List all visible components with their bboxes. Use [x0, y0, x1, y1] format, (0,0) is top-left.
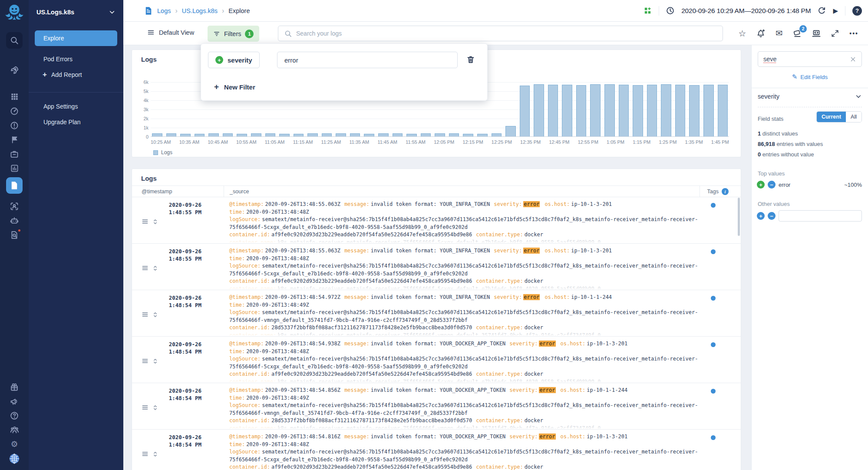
rocket-icon[interactable] [6, 62, 23, 78]
expand-row-icon[interactable] [152, 405, 158, 410]
bar[interactable] [675, 85, 686, 136]
table-scrollbar[interactable] [738, 198, 740, 236]
field-search-input[interactable]: seve [758, 51, 862, 67]
drag-handle-icon[interactable] [142, 404, 149, 411]
clear-icon[interactable]: 2 [793, 29, 802, 38]
tag-dot[interactable] [711, 203, 716, 208]
include-other-icon[interactable]: + [757, 212, 765, 220]
bar[interactable] [449, 133, 459, 136]
bar[interactable] [364, 134, 374, 136]
drag-handle-icon[interactable] [142, 357, 149, 364]
more-options-icon[interactable]: ••• [849, 30, 858, 37]
apps-grid-icon[interactable] [6, 89, 23, 104]
tag-dot[interactable] [711, 249, 716, 254]
tag-dot[interactable] [711, 296, 716, 301]
add-filter-value-icon[interactable]: + [215, 56, 223, 64]
play-icon[interactable]: ▶ [833, 7, 838, 15]
bar[interactable] [152, 133, 162, 136]
drag-handle-icon[interactable] [142, 218, 149, 225]
expand-row-icon[interactable] [152, 265, 158, 271]
bar[interactable] [336, 133, 346, 136]
search-input[interactable]: Search your logs [278, 26, 723, 41]
announcements-icon[interactable] [6, 394, 23, 408]
tag-dot[interactable] [711, 389, 716, 394]
other-value-input[interactable] [779, 210, 862, 222]
sidebar-item-add-report[interactable]: + Add Report [35, 67, 117, 83]
field-severity-header[interactable]: severity [758, 93, 862, 100]
bar[interactable] [166, 133, 177, 136]
bar[interactable] [180, 134, 191, 136]
new-filter-button[interactable]: + New Filter [214, 82, 255, 92]
bar[interactable] [237, 134, 247, 136]
bar[interactable] [689, 85, 700, 136]
bar[interactable] [294, 134, 304, 136]
drag-handle-icon[interactable] [142, 311, 149, 318]
bar[interactable] [604, 84, 615, 136]
bar[interactable] [576, 85, 587, 136]
log-row[interactable]: 2020-09-261:48:54 PM@timestamp:2020-09-2… [132, 337, 741, 383]
column-timestamp[interactable]: @timestamp [142, 189, 172, 195]
bar[interactable] [661, 84, 671, 136]
chart-legend[interactable]: Logs [153, 149, 172, 156]
sidebar-item-upgrade-plan[interactable]: Upgrade Plan [35, 114, 117, 130]
column-source[interactable]: _source [230, 189, 249, 195]
sidebar-item-pod-errors[interactable]: Pod Errors [35, 51, 117, 67]
terminal-icon[interactable] [812, 29, 821, 38]
sidebar-item-app-settings[interactable]: App Settings [35, 99, 117, 114]
toggle-all[interactable]: All [846, 112, 861, 122]
bar[interactable] [265, 133, 276, 136]
edit-fields-button[interactable]: ✎ Edit Fields [752, 73, 868, 81]
flag-icon[interactable] [6, 132, 23, 147]
search-icon[interactable] [6, 32, 23, 49]
app-selector[interactable]: US.Logs.k8s [29, 0, 123, 16]
alerts-icon[interactable] [6, 118, 23, 132]
log-row[interactable]: 2020-09-261:48:54 PM@timestamp:2020-09-2… [132, 383, 741, 430]
experience-icon[interactable] [6, 199, 23, 213]
bar[interactable] [251, 133, 261, 136]
time-range[interactable]: 2020-09-26 10:29 AM—2020-09-26 1:48 PM [681, 7, 811, 15]
top-value[interactable]: error [779, 182, 790, 188]
team-icon[interactable] [6, 423, 23, 437]
bar[interactable] [703, 85, 714, 136]
apps-launcher-icon[interactable] [644, 7, 652, 15]
bar[interactable] [492, 133, 502, 136]
refresh-icon[interactable] [818, 7, 826, 15]
expand-row-icon[interactable] [152, 312, 158, 318]
close-icon[interactable] [850, 56, 856, 63]
toggle-current[interactable]: Current [817, 112, 846, 122]
gift-icon[interactable] [6, 380, 23, 394]
bar[interactable] [421, 133, 431, 136]
log-row[interactable]: 2020-09-261:48:54 PM@timestamp:2020-09-2… [132, 290, 741, 337]
bar[interactable] [718, 85, 728, 136]
expand-row-icon[interactable] [152, 451, 158, 457]
bar[interactable] [307, 133, 318, 136]
help-icon[interactable] [6, 408, 23, 423]
info-icon[interactable]: i [722, 188, 729, 195]
filter-field-chip[interactable]: + severity [208, 52, 260, 68]
settings-gear-icon[interactable]: ⚙ [6, 437, 23, 451]
fullscreen-icon[interactable] [831, 30, 839, 37]
bar[interactable] [562, 85, 572, 136]
bar[interactable] [505, 126, 516, 136]
bar[interactable] [548, 85, 558, 136]
bar[interactable] [406, 134, 417, 136]
log-row[interactable]: 2020-09-261:48:54 PM@timestamp:2020-09-2… [132, 430, 741, 470]
bar[interactable] [590, 84, 601, 136]
filters-button[interactable]: Filters 1 [208, 26, 259, 42]
delete-filter-icon[interactable] [466, 55, 475, 64]
breadcrumb-app[interactable]: US.Logs.k8s [182, 7, 218, 14]
include-value-icon[interactable]: + [757, 181, 765, 189]
bar[interactable] [520, 86, 530, 136]
bar[interactable] [223, 133, 233, 136]
bar[interactable] [647, 85, 657, 136]
archive-icon[interactable] [6, 147, 23, 161]
alert-bell-icon[interactable] [756, 29, 765, 38]
drag-handle-icon[interactable] [142, 265, 149, 271]
tag-dot[interactable] [711, 435, 716, 440]
tag-dot[interactable] [711, 342, 716, 347]
bar[interactable] [393, 133, 403, 136]
bar[interactable] [534, 84, 544, 136]
star-icon[interactable]: ☆ [738, 28, 746, 39]
bar[interactable] [195, 134, 205, 136]
breadcrumb-logs[interactable]: Logs [157, 7, 171, 14]
